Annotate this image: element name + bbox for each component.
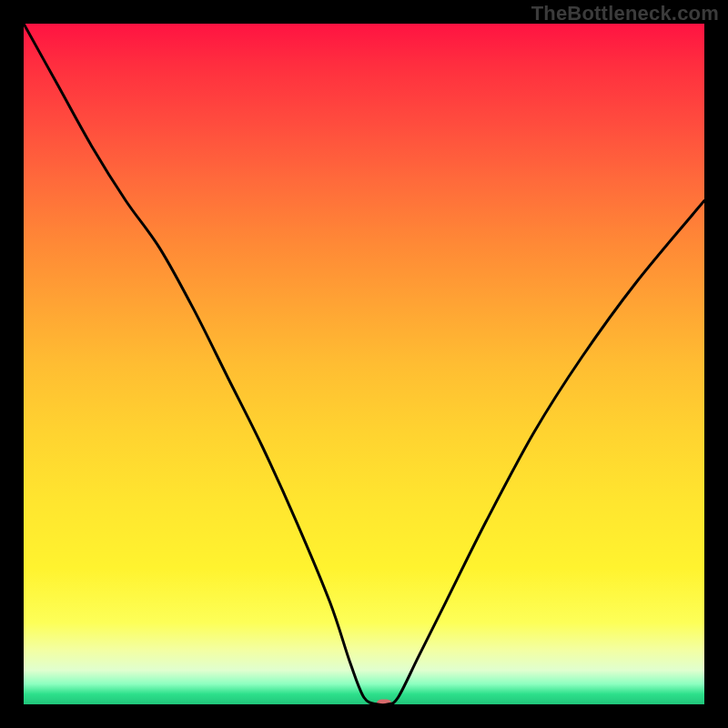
watermark-text: TheBottleneck.com	[531, 2, 719, 25]
chart-frame: TheBottleneck.com	[0, 0, 728, 728]
plot-area	[24, 24, 704, 704]
bottleneck-curve	[24, 24, 704, 704]
